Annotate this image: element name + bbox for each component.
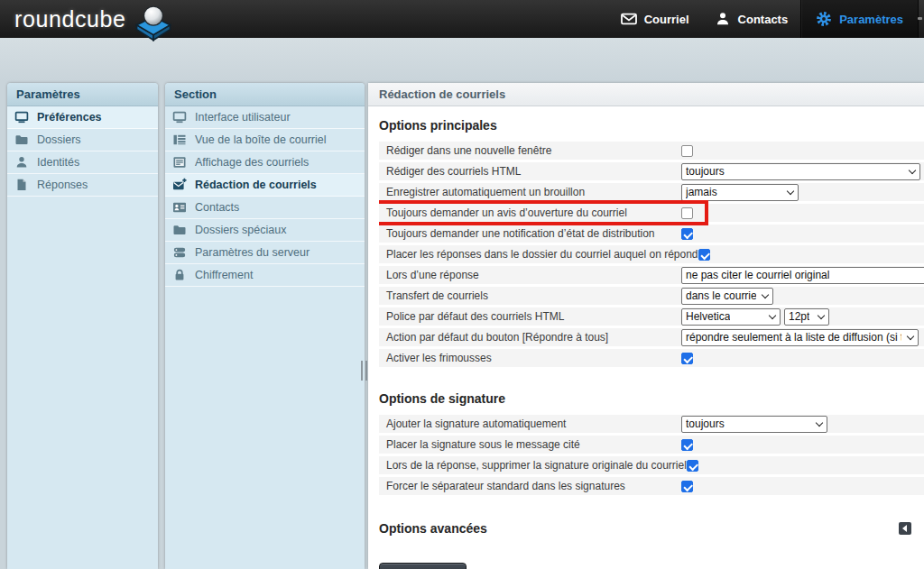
section-item-vue-de-la-boite-de-courriel[interactable]: Vue de la boîte de courriel xyxy=(165,129,365,151)
checkbox[interactable] xyxy=(681,353,693,364)
form-row-inner: Lors de la réponse, supprimer la signatu… xyxy=(379,456,924,474)
item-label: Vue de la boîte de courriel xyxy=(195,133,326,146)
item-label: Identités xyxy=(37,156,79,169)
form-row: Placer la signature sous le message cité xyxy=(379,436,924,454)
form-row: Enregistrer automatiquement un brouillon… xyxy=(379,183,924,201)
select-toujours[interactable]: toujours xyxy=(681,416,827,433)
section-item-redaction-de-courriels[interactable]: Rédaction de courriels xyxy=(165,174,365,197)
settings-item-dossiers[interactable]: Dossiers xyxy=(7,129,158,151)
content-area: Rédaction de courriels Options principal… xyxy=(368,83,924,569)
chevron-down-icon xyxy=(816,418,823,426)
form-row-inner: Toujours demander une notification d’éta… xyxy=(379,225,924,243)
server-icon xyxy=(172,245,187,260)
form-row-inner: Activer les frimousses xyxy=(379,349,924,367)
section-item-chiffrement[interactable]: Chiffrement xyxy=(165,264,365,287)
row-label: Activer les frimousses xyxy=(386,352,681,364)
chevron-down-icon xyxy=(818,311,825,318)
form-row: Police par défaut des courriels HTMLHelv… xyxy=(379,307,924,326)
form-row: Action par défaut du bouton [Répondre à … xyxy=(379,328,924,346)
item-label: Rédaction de courriels xyxy=(195,179,317,191)
checkbox[interactable] xyxy=(687,460,698,472)
settings-panel-list: PréférencesDossiersIdentitésRéponses xyxy=(7,106,158,197)
taskbar-item-label: Paramètres xyxy=(839,13,903,26)
chevron-down-icon xyxy=(907,332,914,339)
collapse-left-icon[interactable] xyxy=(899,522,911,535)
select-helvetica[interactable]: Helvetica xyxy=(681,308,781,326)
form-row: Activer les frimousses xyxy=(379,349,924,367)
checkbox[interactable] xyxy=(681,207,693,219)
page-title: Rédaction de courriels xyxy=(379,87,505,101)
settings-item-preferences[interactable]: Préférences xyxy=(7,106,158,129)
section-item-parametres-du-serveur[interactable]: Paramètres du serveur xyxy=(165,242,365,264)
chevron-down-icon xyxy=(769,311,776,318)
item-label: Réponses xyxy=(37,179,88,191)
section-item-dossiers-speciaux[interactable]: Dossiers spéciaux xyxy=(165,219,365,242)
form-row: Toujours demander une notification d’éta… xyxy=(379,225,924,243)
taskbar-item-contacts[interactable]: Contacts xyxy=(702,0,801,38)
taskbar-item-settings[interactable]: Paramètres xyxy=(800,0,919,38)
form-row-inner: Enregistrer automatiquement un brouillon… xyxy=(379,183,924,201)
monitor-icon xyxy=(14,110,29,124)
form-row-inner: Rédiger dans une nouvelle fenêtre xyxy=(379,142,924,160)
topbar: roundcube CourrielContactsParamètres xyxy=(0,0,924,38)
taskbar: CourrielContactsParamètres xyxy=(608,0,919,38)
select-value: jamais xyxy=(686,186,717,198)
section-panel-list: Interface utilisateurVue de la boîte de … xyxy=(165,106,365,287)
section-item-interface-utilisateur[interactable]: Interface utilisateur xyxy=(165,106,365,129)
form-row: Placer les réponses dans le dossier du c… xyxy=(379,245,924,263)
form-row-inner: Lors d’une réponsene pas citer le courri… xyxy=(379,266,924,284)
checkbox[interactable] xyxy=(681,481,693,492)
row-label: Police par défaut des courriels HTML xyxy=(386,310,681,323)
item-label: Préférences xyxy=(37,111,102,124)
row-label: Rédiger dans une nouvelle fenêtre xyxy=(386,144,681,157)
row-label: Lors d’une réponse xyxy=(386,269,681,281)
row-label: Toujours demander un avis d’ouverture du… xyxy=(386,206,681,219)
select-value: toujours xyxy=(686,418,725,430)
select-value: dans le courriel xyxy=(686,289,756,302)
form-rows: Ajouter la signature automatiquementtouj… xyxy=(379,415,924,498)
settings-item-identites[interactable]: Identités xyxy=(7,151,158,174)
select-repondre-seulement-a-la-[interactable]: répondre seulement à la liste de diffusi… xyxy=(681,329,919,346)
row-label: Enregistrer automatiquement un brouillon xyxy=(386,186,681,198)
select-dans-le-courriel[interactable]: dans le courriel xyxy=(681,288,773,305)
select-toujours[interactable]: toujours xyxy=(681,163,920,180)
form-row-inner: Placer les réponses dans le dossier du c… xyxy=(379,245,924,263)
form-row-inner: Toujours demander un avis d’ouverture du… xyxy=(379,204,924,222)
mail-icon xyxy=(621,11,637,27)
save-button[interactable]: Enregistrer xyxy=(379,563,467,569)
logo-text: roundcube xyxy=(14,6,126,32)
section-item-affichage-des-courriels[interactable]: Affichage des courriels xyxy=(165,151,365,174)
item-label: Dossiers spéciaux xyxy=(195,224,286,236)
select-ne-pas-citer-le-courriel[interactable]: ne pas citer le courriel original xyxy=(681,267,924,284)
advanced-options-heading: Options avancées xyxy=(379,521,487,536)
select-value: répondre seulement à la liste de diffusi… xyxy=(686,331,901,344)
taskbar-item-label: Contacts xyxy=(738,13,789,26)
item-label: Interface utilisateur xyxy=(195,111,291,124)
select-jamais[interactable]: jamais xyxy=(681,184,799,201)
form-rows: Rédiger dans une nouvelle fenêtreRédiger… xyxy=(379,142,924,370)
form-row-inner: Transfert de courrielsdans le courriel xyxy=(379,287,924,305)
settings-panel: Paramètres PréférencesDossiersIdentitésR… xyxy=(7,83,158,569)
chevron-down-icon xyxy=(762,290,769,298)
section-item-contacts[interactable]: Contacts xyxy=(165,197,365,219)
taskbar-item-mail[interactable]: Courriel xyxy=(608,0,702,38)
checkbox[interactable] xyxy=(681,145,693,157)
checkbox[interactable] xyxy=(681,439,693,451)
form-row: Transfert de courrielsdans le courriel xyxy=(379,287,924,305)
checkbox[interactable] xyxy=(698,249,710,261)
form-row-inner: Police par défaut des courriels HTMLHelv… xyxy=(379,307,924,326)
form-row-inner: Placer la signature sous le message cité xyxy=(379,436,924,454)
taskbar-item-label: Courriel xyxy=(644,13,689,26)
folder-icon xyxy=(172,223,187,237)
select-12pt[interactable]: 12pt xyxy=(784,308,829,326)
folder-icon xyxy=(14,133,29,147)
settings-item-reponses[interactable]: Réponses xyxy=(7,174,158,197)
page-icon xyxy=(14,178,29,192)
select-value: 12pt xyxy=(789,310,809,323)
panel-splitter-handle[interactable] xyxy=(361,361,367,381)
settings-panel-header: Paramètres xyxy=(7,83,158,106)
checkbox[interactable] xyxy=(681,228,693,240)
select-value: Helvetica xyxy=(686,310,730,323)
form-row: Ajouter la signature automatiquementtouj… xyxy=(379,415,924,433)
chevron-down-icon xyxy=(909,166,916,173)
